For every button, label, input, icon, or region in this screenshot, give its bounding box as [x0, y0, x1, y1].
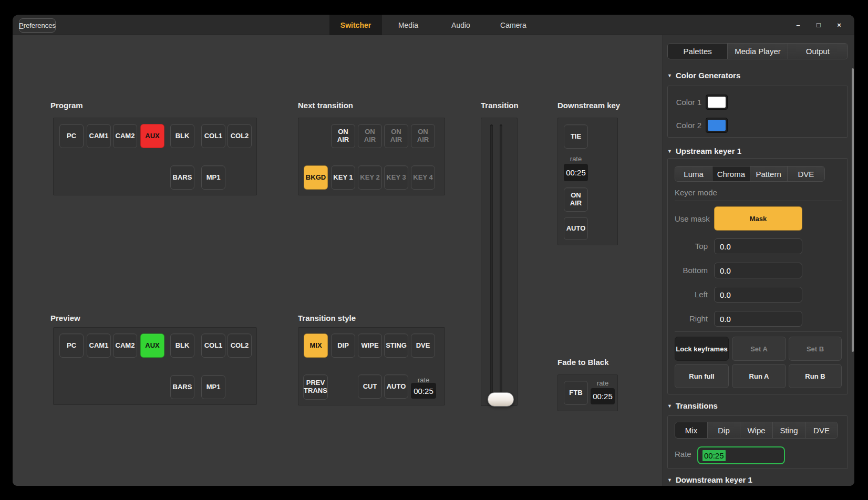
- mask-right-label: Right: [668, 314, 708, 323]
- color1-label: Color 1: [668, 98, 701, 107]
- next-transition-onair1-button[interactable]: ON AIR: [331, 124, 355, 148]
- preview-bars-button[interactable]: BARS: [170, 375, 194, 399]
- preview-cam1-button[interactable]: CAM1: [87, 334, 111, 358]
- lock-keyframes-button[interactable]: Lock keyframes: [675, 337, 729, 361]
- tab-media-player[interactable]: Media Player: [728, 44, 788, 59]
- style-dve-button[interactable]: DVE: [411, 334, 435, 358]
- close-icon[interactable]: ×: [831, 18, 847, 32]
- tab-dve[interactable]: DVE: [788, 166, 824, 181]
- mask-bottom-label: Bottom: [668, 266, 708, 275]
- rate-input[interactable]: 00:25: [697, 446, 785, 464]
- ftb-rate-value[interactable]: 00:25: [591, 388, 615, 404]
- transition-tbar-panel: [481, 118, 518, 406]
- dsk-rate-value[interactable]: 00:25: [564, 164, 588, 181]
- program-mp1-button[interactable]: MP1: [201, 165, 225, 190]
- program-cam1-button[interactable]: CAM1: [87, 124, 111, 148]
- tab-palettes[interactable]: Palettes: [668, 44, 728, 59]
- preview-blk-button[interactable]: BLK: [170, 334, 194, 358]
- style-rate-value[interactable]: 00:25: [411, 383, 436, 399]
- tab-sting[interactable]: Sting: [773, 422, 805, 438]
- upstream-keyer-title: Upstream keyer 1: [676, 147, 741, 155]
- program-pc-button[interactable]: PC: [59, 124, 84, 148]
- downstream-key-title: Downstream key: [557, 101, 620, 110]
- dsk-rate-label: rate: [564, 155, 588, 163]
- preview-aux-button[interactable]: AUX: [140, 334, 164, 358]
- minimize-icon[interactable]: –: [790, 18, 806, 32]
- preferences-button[interactable]: Preferences: [19, 18, 56, 33]
- keyer-type-tabs: Luma Chroma Pattern DVE: [675, 166, 825, 182]
- mask-bottom-input[interactable]: 0.0: [714, 263, 802, 278]
- style-dip-button[interactable]: DIP: [331, 334, 355, 358]
- tab-pattern[interactable]: Pattern: [750, 166, 788, 181]
- prev-trans-button[interactable]: PREV TRANS: [303, 374, 328, 400]
- program-title: Program: [50, 101, 83, 110]
- key4-button[interactable]: KEY 4: [411, 165, 435, 190]
- set-a-button[interactable]: Set A: [732, 337, 786, 361]
- color1-swatch[interactable]: [706, 95, 728, 110]
- downstream-keyer-expander[interactable]: ▼ Downstream keyer 1: [667, 475, 752, 484]
- program-cam2-button[interactable]: CAM2: [113, 124, 137, 148]
- mask-top-label: Top: [668, 242, 708, 251]
- preview-cam2-button[interactable]: CAM2: [113, 334, 137, 358]
- tbar-handle[interactable]: [488, 392, 514, 407]
- tab-audio[interactable]: Audio: [435, 15, 487, 35]
- run-full-button[interactable]: Run full: [675, 364, 729, 388]
- upstream-keyer-panel: Luma Chroma Pattern DVE Keyer mode Use m…: [667, 158, 848, 394]
- dsk-auto-button[interactable]: AUTO: [564, 217, 588, 240]
- mask-right-input[interactable]: 0.0: [714, 311, 802, 327]
- style-sting-button[interactable]: STING: [384, 334, 408, 358]
- color2-swatch[interactable]: [706, 118, 728, 133]
- sidebar-scrollbar[interactable]: [852, 68, 854, 352]
- key3-button[interactable]: KEY 3: [384, 165, 408, 190]
- style-mix-button[interactable]: MIX: [304, 334, 328, 358]
- next-transition-onair2-button[interactable]: ON AIR: [358, 124, 382, 148]
- tab-output[interactable]: Output: [788, 44, 848, 59]
- preview-mp1-button[interactable]: MP1: [201, 375, 225, 399]
- tab-media[interactable]: Media: [382, 15, 435, 35]
- tab-dip[interactable]: Dip: [708, 422, 740, 438]
- next-transition-onair4-button[interactable]: ON AIR: [411, 124, 435, 148]
- tab-chroma[interactable]: Chroma: [712, 166, 750, 181]
- maximize-icon[interactable]: □: [811, 18, 826, 32]
- tab-wipe[interactable]: Wipe: [740, 422, 773, 438]
- mask-top-input[interactable]: 0.0: [714, 238, 802, 254]
- set-b-button[interactable]: Set B: [789, 337, 842, 361]
- run-b-button[interactable]: Run B: [789, 364, 842, 388]
- tab-mix[interactable]: Mix: [675, 422, 708, 438]
- program-blk-button[interactable]: BLK: [170, 124, 194, 148]
- tab-dve[interactable]: DVE: [805, 422, 838, 438]
- upstream-keyer-expander[interactable]: ▼ Upstream keyer 1: [667, 147, 741, 155]
- program-col1-button[interactable]: COL1: [201, 124, 225, 148]
- tab-luma[interactable]: Luma: [675, 166, 712, 181]
- cut-button[interactable]: CUT: [358, 374, 382, 399]
- preview-col1-button[interactable]: COL1: [201, 334, 225, 358]
- key1-button[interactable]: KEY 1: [331, 165, 355, 190]
- mask-left-input[interactable]: 0.0: [714, 287, 802, 303]
- program-col2-button[interactable]: COL2: [228, 124, 252, 148]
- color-generators-expander[interactable]: ▼ Color Generators: [667, 71, 740, 80]
- next-transition-onair3-button[interactable]: ON AIR: [384, 124, 408, 148]
- ftb-rate-label: rate: [591, 379, 615, 387]
- fade-to-black-title: Fade to Black: [557, 358, 609, 367]
- bkgd-button[interactable]: BKGD: [304, 165, 328, 190]
- dsk-onair-button[interactable]: ON AIR: [564, 188, 588, 212]
- auto-button[interactable]: AUTO: [384, 374, 408, 399]
- rate-selected-text: 00:25: [702, 450, 726, 461]
- color-generators-title: Color Generators: [676, 71, 740, 80]
- style-wipe-button[interactable]: WIPE: [358, 334, 382, 358]
- program-aux-button[interactable]: AUX: [140, 124, 164, 148]
- color2-fill: [708, 120, 726, 131]
- transitions-expander[interactable]: ▼ Transitions: [667, 401, 718, 410]
- preview-pc-button[interactable]: PC: [59, 334, 84, 358]
- run-a-button[interactable]: Run A: [732, 364, 786, 388]
- tab-camera[interactable]: Camera: [487, 15, 540, 35]
- ftb-button[interactable]: FTB: [564, 381, 588, 405]
- preview-col2-button[interactable]: COL2: [228, 334, 252, 358]
- preview-title: Preview: [50, 314, 80, 322]
- program-bars-button[interactable]: BARS: [170, 165, 194, 190]
- transition-title: Transition: [481, 101, 519, 110]
- mask-toggle-button[interactable]: Mask: [714, 206, 802, 231]
- dsk-tie-button[interactable]: TIE: [564, 124, 588, 149]
- tab-switcher[interactable]: Switcher: [329, 15, 382, 35]
- key2-button[interactable]: KEY 2: [358, 165, 382, 190]
